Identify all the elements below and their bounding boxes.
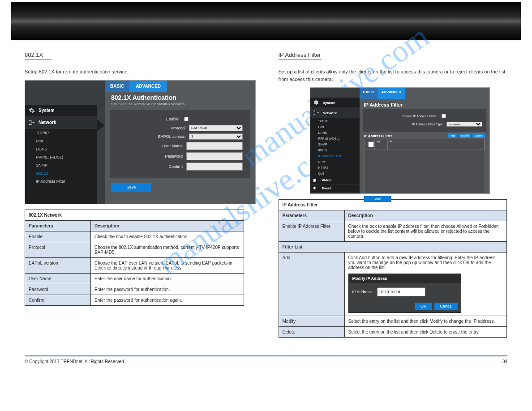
event-icon: ①: [313, 186, 318, 190]
header-banner: [11, 2, 521, 40]
sidebar-item-pppoe[interactable]: PPPoE (ADSL): [25, 153, 97, 161]
footer-copyright: © Copyright 2017 TRENDnet. All Rights Re…: [25, 359, 125, 364]
dialog-label: IP Address: [352, 290, 372, 294]
dialog-ip-input[interactable]: [377, 287, 425, 296]
sidebar-item-ddns[interactable]: DDNS: [25, 145, 97, 153]
add-button[interactable]: Add: [448, 133, 458, 138]
svg-rect-4: [313, 111, 315, 111]
filter-grid: No.IP: [364, 139, 485, 193]
modify-ip-dialog: Modify IP Address IP Address OK Cancel: [348, 274, 461, 313]
tab-bar: BASIC ADVANCED: [105, 81, 255, 92]
modify-button[interactable]: Modify: [459, 133, 471, 138]
tab-advanced[interactable]: ADVANCED: [378, 88, 405, 99]
filter-type-select[interactable]: Forbidden: [446, 122, 482, 127]
user-input[interactable]: [186, 142, 243, 150]
tab-basic[interactable]: BASIC: [360, 88, 378, 99]
save-button-right[interactable]: Save: [364, 196, 391, 202]
label-pass: Password: [165, 154, 183, 158]
panel-subtitle: Setup 802.1X Remote Authentication Servi…: [111, 102, 255, 106]
sidebar-item-video[interactable]: ▣ Video: [310, 176, 360, 184]
sidebar-item-port[interactable]: Port: [25, 137, 97, 145]
svg-rect-1: [29, 124, 31, 124]
enable-checkbox[interactable]: [184, 117, 189, 121]
screenshot-8021x: System Network TCP/IP Port DDNS PPPoE (A…: [25, 80, 256, 204]
save-button[interactable]: Save: [111, 183, 151, 192]
sidebar-right: System Network TCP/IP Port DDNS PPPoE (A…: [310, 98, 360, 193]
table-title-right: IP Address Filter: [279, 200, 506, 210]
footer-page: 34: [502, 359, 507, 364]
dialog-title: Modify IP Address: [349, 274, 461, 283]
dialog-ok-button[interactable]: OK: [415, 303, 432, 310]
eapol-select[interactable]: 1: [189, 133, 243, 140]
sidebar-label-system: System: [39, 108, 55, 113]
section-title-8021x: 802.1X: [25, 51, 51, 60]
sidebar-item-8021x[interactable]: 802.1x: [25, 169, 97, 177]
tab-advanced[interactable]: ADVANCED: [129, 81, 167, 92]
table-title-left: 802.1X Network: [25, 210, 244, 220]
tab-basic[interactable]: BASIC: [105, 81, 129, 92]
params-table-left: 802.1X Network ParametersDescription Ena…: [25, 210, 244, 306]
params-table-right: IP Address Filter ParametersDescription …: [279, 199, 507, 338]
label-user: User Name: [162, 144, 183, 148]
svg-rect-6: [317, 112, 318, 113]
svg-rect-5: [313, 115, 315, 116]
sidebar-item-network[interactable]: Network: [25, 117, 97, 129]
label-protocol: Protocol: [171, 126, 185, 130]
network-icon: [29, 120, 35, 126]
network-icon: [313, 110, 319, 116]
filter-list-title: IP Address Filter: [364, 134, 392, 138]
sidebar-item-ipfilter[interactable]: IP Address Filter: [25, 177, 97, 185]
sidebar-item-tcpip[interactable]: TCP/IP: [25, 129, 97, 137]
sidebar-item-event[interactable]: ① Event: [310, 184, 360, 193]
dialog-cancel-button[interactable]: Cancel: [434, 303, 458, 310]
sidebar-arrow: [97, 119, 105, 132]
gear-icon: [313, 99, 319, 106]
intro-text-left: Setup 802.1X for remote authentication s…: [25, 68, 254, 76]
password-input[interactable]: [186, 152, 243, 160]
label-enable: Enable: [166, 117, 179, 121]
screenshot-ipfilter: System Network TCP/IP Port DDNS PPPoE (A…: [310, 87, 490, 194]
sidebar-item-system[interactable]: System: [25, 105, 97, 117]
svg-rect-0: [29, 120, 31, 121]
sidebar-item-snmp[interactable]: SNMP: [25, 161, 97, 169]
sidebar-item-network[interactable]: Network: [310, 108, 360, 118]
confirm-input[interactable]: [186, 163, 243, 171]
enable-ipfilter-checkbox[interactable]: [442, 114, 446, 118]
protocol-select[interactable]: EAP-MD5: [189, 125, 243, 131]
panel-title-right: IP Address Filter: [364, 102, 489, 107]
label-confirm: Confirm: [168, 164, 183, 169]
sidebar-label-network: Network: [39, 120, 56, 125]
sidebar-left: System Network TCP/IP Port DDNS PPPoE (A…: [25, 105, 97, 204]
label-eapol: EAPOL version: [158, 134, 185, 139]
section-title-ipfilter: IP Address Filter: [279, 51, 321, 60]
delete-button[interactable]: Delete: [472, 133, 485, 138]
video-icon: ▣: [313, 178, 318, 182]
svg-rect-2: [33, 122, 34, 123]
col-desc: Description: [91, 220, 244, 231]
sidebar-item-system[interactable]: System: [310, 98, 360, 108]
col-param: Parameters: [25, 220, 91, 231]
panel-8021x: BASIC ADVANCED 802.1X Authentication Set…: [105, 81, 255, 204]
gear-icon: [29, 107, 35, 114]
intro-text-right: Set up a list of clients allow only the …: [279, 68, 508, 83]
panel-title: 802.1X Authentication: [111, 94, 255, 101]
